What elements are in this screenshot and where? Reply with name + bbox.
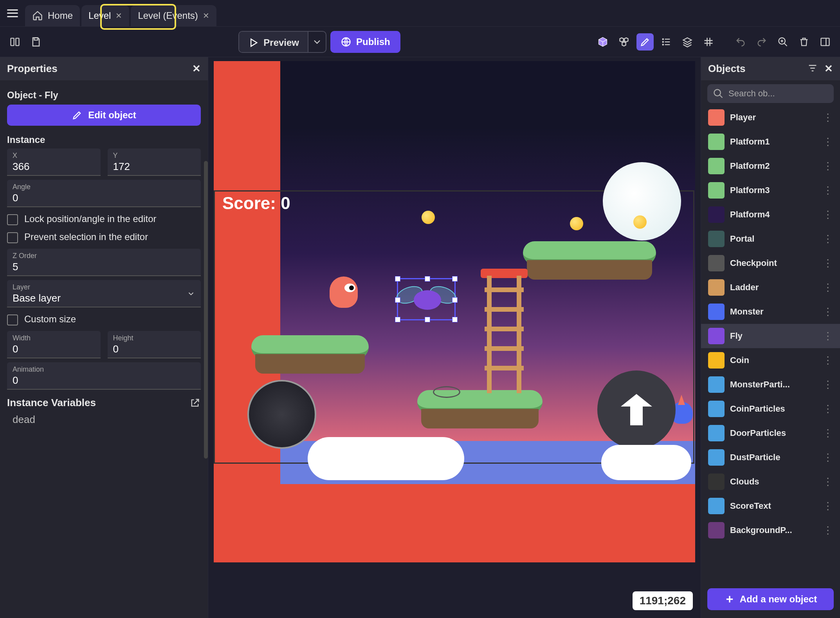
zoom-in-icon[interactable] xyxy=(774,33,791,51)
object-item-clouds[interactable]: Clouds⋮ xyxy=(701,470,840,494)
more-icon[interactable]: ⋮ xyxy=(823,379,833,391)
more-icon[interactable]: ⋮ xyxy=(823,330,833,342)
player-instance[interactable] xyxy=(330,276,358,308)
more-icon[interactable]: ⋮ xyxy=(823,160,833,172)
object-name: Fly xyxy=(730,331,817,341)
object-item-platform2[interactable]: Platform2⋮ xyxy=(701,154,840,178)
preview-dropdown[interactable] xyxy=(308,32,326,52)
object-item-platform1[interactable]: Platform1⋮ xyxy=(701,130,840,154)
more-icon[interactable]: ⋮ xyxy=(823,524,833,537)
filter-icon[interactable] xyxy=(807,63,818,74)
add-object-button[interactable]: Add a new object xyxy=(707,588,834,610)
undo-icon[interactable] xyxy=(732,33,749,51)
lock-checkbox[interactable] xyxy=(7,214,18,225)
moon xyxy=(603,162,681,240)
search-input[interactable]: Search ob... xyxy=(707,84,834,103)
object-item-player[interactable]: Player⋮ xyxy=(701,105,840,130)
home-icon xyxy=(32,10,43,21)
jump-button[interactable] xyxy=(597,370,676,449)
scene-viewport[interactable]: Score: 0 xyxy=(214,61,695,562)
animation-field[interactable]: Animation 0 xyxy=(7,362,201,390)
coin[interactable] xyxy=(570,217,583,230)
height-field[interactable]: Height 0 xyxy=(108,331,201,358)
more-icon[interactable]: ⋮ xyxy=(823,112,833,124)
custom-size-checkbox[interactable] xyxy=(7,314,18,325)
prevent-checkbox[interactable] xyxy=(7,232,18,243)
cubes-icon[interactable] xyxy=(615,33,633,51)
platform[interactable] xyxy=(251,335,369,359)
edit-icon[interactable] xyxy=(636,33,654,51)
object-thumb xyxy=(708,304,725,320)
angle-field[interactable]: Angle 0 xyxy=(7,180,201,207)
object-item-fly[interactable]: Fly⋮ xyxy=(701,324,840,348)
menu-button[interactable] xyxy=(4,5,21,22)
fly-instance[interactable] xyxy=(414,290,441,310)
width-field[interactable]: Width 0 xyxy=(7,331,101,358)
object-item-monsterparti-[interactable]: MonsterParti...⋮ xyxy=(701,372,840,397)
object-item-coinparticles[interactable]: CoinParticles⋮ xyxy=(701,397,840,421)
grid-icon[interactable] xyxy=(700,33,717,51)
cube-icon[interactable] xyxy=(594,33,611,51)
save-icon[interactable] xyxy=(27,33,45,51)
object-item-portal[interactable]: Portal⋮ xyxy=(701,227,840,251)
object-item-scoretext[interactable]: ScoreText⋮ xyxy=(701,494,840,518)
object-item-checkpoint[interactable]: Checkpoint⋮ xyxy=(701,251,840,275)
coin[interactable] xyxy=(633,215,647,229)
object-thumb xyxy=(708,158,725,174)
open-external-icon[interactable] xyxy=(189,398,201,408)
more-icon[interactable]: ⋮ xyxy=(823,257,833,269)
zorder-field[interactable]: Z Order 5 xyxy=(7,249,201,276)
x-label: X xyxy=(13,152,95,160)
edit-object-button[interactable]: Edit object xyxy=(7,105,201,126)
platform[interactable] xyxy=(523,241,656,265)
more-icon[interactable]: ⋮ xyxy=(823,500,833,512)
fly-selection[interactable] xyxy=(397,278,456,320)
svg-point-5 xyxy=(663,41,663,42)
redo-icon[interactable] xyxy=(753,33,770,51)
more-icon[interactable]: ⋮ xyxy=(823,452,833,464)
layer-field[interactable]: Layer Base layer xyxy=(7,280,201,307)
scene-canvas[interactable]: Score: 0 xyxy=(208,57,701,618)
object-item-platform4[interactable]: Platform4⋮ xyxy=(701,202,840,227)
close-icon[interactable]: ✕ xyxy=(824,63,833,75)
object-item-backgroundp-[interactable]: BackgroundP...⋮ xyxy=(701,518,840,542)
dead-variable[interactable]: dead xyxy=(7,409,201,430)
more-icon[interactable]: ⋮ xyxy=(823,209,833,221)
preview-button[interactable]: Preview xyxy=(239,32,308,53)
joystick[interactable] xyxy=(247,380,316,449)
more-icon[interactable]: ⋮ xyxy=(823,403,833,415)
panel-right-icon[interactable] xyxy=(817,33,834,51)
object-name: Clouds xyxy=(730,477,817,487)
more-icon[interactable]: ⋮ xyxy=(823,427,833,439)
object-item-ladder[interactable]: Ladder⋮ xyxy=(701,275,840,300)
close-icon[interactable]: ✕ xyxy=(115,11,122,20)
object-item-platform3[interactable]: Platform3⋮ xyxy=(701,178,840,202)
list-icon[interactable] xyxy=(658,33,675,51)
trash-icon[interactable] xyxy=(795,33,813,51)
more-icon[interactable]: ⋮ xyxy=(823,136,833,148)
close-icon[interactable]: ✕ xyxy=(192,63,201,75)
more-icon[interactable]: ⋮ xyxy=(823,306,833,318)
more-icon[interactable]: ⋮ xyxy=(823,282,833,294)
tab-level-events[interactable]: Level (Events) ✕ xyxy=(131,5,216,26)
object-item-dustparticle[interactable]: DustParticle⋮ xyxy=(701,445,840,470)
coin[interactable] xyxy=(422,211,435,224)
object-item-monster[interactable]: Monster⋮ xyxy=(701,300,840,324)
close-icon[interactable]: ✕ xyxy=(203,11,209,20)
checkpoint-instance[interactable] xyxy=(433,386,460,398)
more-icon[interactable]: ⋮ xyxy=(823,354,833,367)
object-item-doorparticles[interactable]: DoorParticles⋮ xyxy=(701,421,840,445)
tab-level[interactable]: Level ✕ xyxy=(81,5,129,26)
object-item-coin[interactable]: Coin⋮ xyxy=(701,348,840,372)
layers-icon[interactable] xyxy=(679,33,696,51)
tab-home[interactable]: Home xyxy=(25,5,80,26)
panel-left-icon[interactable] xyxy=(6,33,23,51)
scrollbar[interactable] xyxy=(204,161,208,459)
more-icon[interactable]: ⋮ xyxy=(823,476,833,488)
more-icon[interactable]: ⋮ xyxy=(823,184,833,197)
x-field[interactable]: X 366 xyxy=(7,148,101,176)
publish-button[interactable]: Publish xyxy=(330,31,400,53)
ladder-instance[interactable] xyxy=(485,276,524,393)
y-field[interactable]: Y 172 xyxy=(108,148,201,176)
more-icon[interactable]: ⋮ xyxy=(823,233,833,245)
